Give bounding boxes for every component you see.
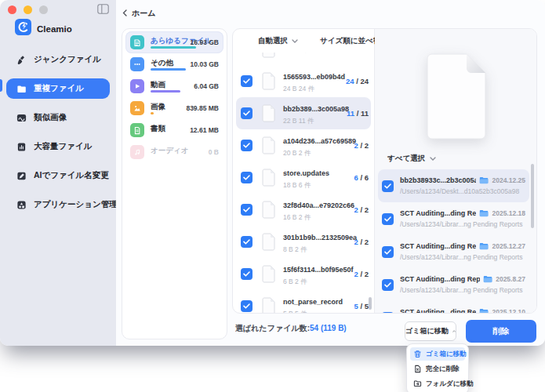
file-row[interactable]: 301b1b9b...2132509ea 8 B 2 件 2 / 2 — [236, 226, 371, 258]
sidebar-toggle-icon[interactable] — [97, 4, 109, 14]
checkbox-checked-icon[interactable] — [241, 204, 253, 216]
category-size: 12.61 MB — [190, 126, 219, 134]
sidebar-item[interactable]: ジャンクファイル — [6, 49, 110, 70]
category-item[interactable]: 書類 12.61 MB — [125, 119, 223, 141]
category-label: オーディオ — [151, 147, 209, 154]
select-all-dropdown[interactable]: すべて選択 — [387, 154, 536, 164]
category-size: 10.03 GB — [191, 60, 219, 68]
file-row-partial[interactable]: 32 B 4 件 — [236, 53, 371, 65]
file-page-icon — [261, 53, 276, 58]
close-window-icon[interactable] — [8, 5, 16, 14]
file-page-icon — [261, 136, 276, 154]
checkbox-checked-icon[interactable] — [382, 312, 394, 314]
detail-row[interactable]: SCT Auditing...ding Reports 2025.12.18 /… — [378, 202, 529, 235]
delete-button[interactable]: 削除 — [466, 320, 536, 343]
file-page-icon — [261, 104, 276, 122]
sidebar-item[interactable]: 大容量ファイル — [6, 136, 110, 157]
file-row[interactable]: a104d236...a57c69589 20 B 2 件 2 / 2 — [236, 129, 371, 162]
category-progress-bar — [151, 46, 196, 49]
sidebar-item[interactable]: アプリケーション管理 — [6, 194, 110, 215]
minimize-window-icon[interactable] — [24, 5, 32, 14]
checkbox-checked-icon[interactable] — [241, 300, 253, 312]
detail-row[interactable]: SCT Auditing...ding Reports 2025.12.27 /… — [378, 235, 529, 268]
sidebar-item[interactable]: 重複ファイル — [6, 78, 110, 99]
file-meta: 5 B 5 件 — [283, 310, 343, 313]
audio-icon — [130, 145, 144, 159]
file-row[interactable]: store.updates 18 B 6 件 6 / 6 — [236, 162, 371, 194]
auto-select-dropdown[interactable]: 自動選択 — [258, 36, 298, 46]
chevron-up-icon — [452, 329, 456, 333]
detail-file-path: /Users/a1234/Librar...ng Pending Reports — [400, 220, 525, 228]
sidebar-item[interactable]: AIでファイル名変更 — [6, 165, 110, 186]
checkbox-checked-icon[interactable] — [241, 75, 253, 87]
detail-row[interactable]: bb2b38933c...2b3c005a98 2024.12.25 /User… — [378, 169, 529, 202]
move-to-trash-button[interactable]: ゴミ箱に移動 — [405, 321, 456, 341]
file-page-icon — [261, 169, 276, 187]
window-controls — [8, 5, 48, 14]
menu-item-label: 完全に削除 — [426, 365, 460, 374]
checkbox-checked-icon[interactable] — [241, 236, 253, 248]
file-name: not_parse_record — [283, 298, 343, 306]
zoom-window-icon[interactable] — [39, 5, 48, 14]
checkbox-checked-icon[interactable] — [382, 279, 394, 291]
detail-file-name: bb2b38933c...2b3c005a98 — [400, 176, 476, 184]
file-rows: 32 B 4 件 — [233, 53, 374, 313]
file-row[interactable]: 15f6f3114...b0f95e50f 6 B 2 件 2 / 2 — [236, 258, 371, 290]
file-row-list: 1565593...eb09b4d 24 B 24 件 24 / 24 — [233, 65, 374, 313]
file-count: 5 / 5 — [352, 302, 369, 310]
category-item[interactable]: あらゆるファイル 16.93 GB — [125, 31, 223, 53]
category-label: 画像 — [151, 103, 186, 111]
category-item[interactable]: オーディオ 0 B — [125, 141, 223, 163]
detail-row[interactable]: SCT Auditing...ding Reports 2025.8.27 /U… — [378, 268, 529, 301]
file-page-icon — [261, 297, 276, 313]
file-name: 1565593...eb09b4d — [283, 73, 345, 81]
category-item[interactable]: その他 10.03 GB — [125, 53, 223, 75]
folder-move-icon — [413, 379, 422, 388]
menu-item[interactable]: フォルダに移動 — [410, 377, 465, 390]
file-meta: 24 B 24 件 — [283, 85, 344, 94]
file-name: bb2b389...3c005a98 — [283, 105, 349, 113]
chevron-down-icon — [292, 39, 298, 43]
file-name: 32f8d40a...e79202c66 — [283, 201, 354, 209]
category-item[interactable]: 動画 6.04 GB — [125, 75, 223, 97]
sidebar-item[interactable]: 類似画像 — [6, 107, 110, 128]
checkbox-checked-icon[interactable] — [382, 180, 394, 192]
file-meta: 22 B 11 件 — [283, 117, 345, 126]
trash-icon — [413, 350, 422, 358]
checkbox-checked-icon[interactable] — [382, 246, 394, 258]
file-row[interactable]: 1565593...eb09b4d 24 B 24 件 24 / 24 — [236, 65, 371, 97]
category-label: あらゆるファイル — [151, 37, 191, 45]
menu-item[interactable]: 完全に削除 — [410, 362, 465, 376]
folder-icon — [479, 209, 489, 217]
file-list-scrollbar[interactable] — [369, 297, 372, 310]
document-icon — [130, 123, 144, 137]
detail-date: 2025.8.27 — [480, 275, 525, 283]
checkbox-checked-icon[interactable] — [382, 213, 394, 225]
menu-item[interactable]: ゴミ箱に移動 — [410, 347, 465, 361]
detail-row[interactable]: SCT Auditing...ding Reports 2025.12.10 /… — [378, 301, 529, 314]
file-count: 24 / 24 — [344, 77, 369, 85]
app-manage-icon — [16, 199, 27, 210]
category-item[interactable]: 画像 839.85 MB — [125, 97, 223, 119]
file-preview-icon — [420, 53, 492, 143]
sidebar-item-label: ジャンクファイル — [34, 54, 101, 65]
app-window: Cleamio ジャンクファイル 重複ファイル 類似画像 — [0, 0, 545, 346]
sidebar-item-label: 類似画像 — [34, 112, 67, 123]
list-toolbar: 自動選択 サイズ順に並べ替え — [233, 29, 374, 53]
checkbox-checked-icon[interactable] — [241, 107, 253, 119]
sidebar: Cleamio ジャンクファイル 重複ファイル 類似画像 — [0, 0, 116, 346]
large-file-icon — [16, 141, 27, 152]
file-row[interactable]: 32f8d40a...e79202c66 16 B 2 件 2 / 2 — [236, 194, 371, 226]
checkbox-checked-icon[interactable] — [241, 172, 253, 183]
main-area: ホーム あらゆるファイル 16.93 GB その他 — [116, 0, 545, 346]
checkbox-checked-icon[interactable] — [241, 140, 253, 151]
file-row[interactable]: bb2b389...3c005a98 22 B 11 件 11 / 11 — [236, 97, 371, 129]
detail-date: 2024.12.25 — [476, 176, 525, 184]
detail-scrollbar[interactable] — [531, 164, 534, 228]
file-name: a104d236...a57c69589 — [283, 137, 356, 145]
breadcrumb[interactable]: ホーム — [122, 8, 155, 19]
video-icon — [130, 79, 144, 93]
checkbox-checked-icon[interactable] — [241, 268, 253, 280]
detail-file-path: /Users/a1234/Deskt...d10a52b3c005a98 — [400, 187, 525, 195]
file-row[interactable]: not_parse_record 5 B 5 件 5 / 5 — [236, 290, 371, 313]
